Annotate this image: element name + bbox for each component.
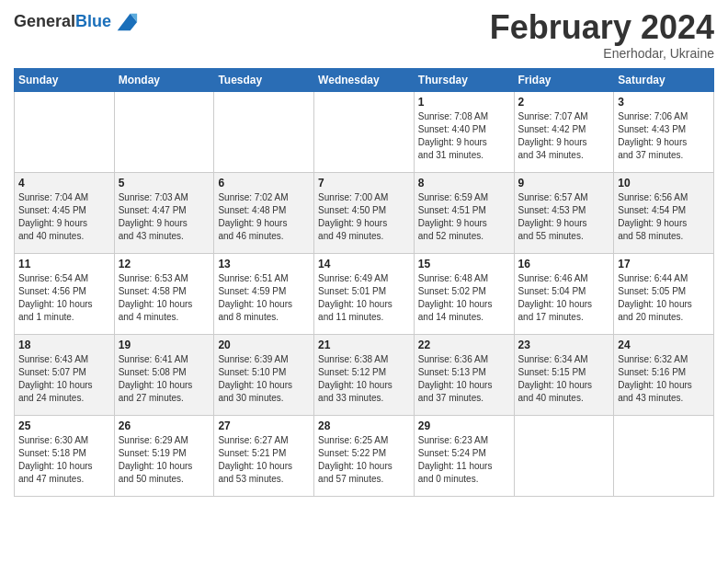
title-block: February 2024 Enerhodar, Ukraine: [490, 9, 714, 61]
calendar-cell: 16Sunrise: 6:46 AM Sunset: 5:04 PM Dayli…: [514, 253, 614, 334]
day-info: Sunrise: 7:06 AM Sunset: 4:43 PM Dayligh…: [618, 110, 710, 162]
calendar-cell: 26Sunrise: 6:29 AM Sunset: 5:19 PM Dayli…: [114, 415, 214, 496]
calendar-cell: [15, 91, 115, 172]
day-info: Sunrise: 6:27 AM Sunset: 5:21 PM Dayligh…: [218, 434, 310, 486]
logo-general-text: General: [14, 12, 75, 30]
day-info: Sunrise: 6:53 AM Sunset: 4:58 PM Dayligh…: [119, 272, 210, 324]
calendar-cell: [614, 415, 714, 496]
calendar-cell: [514, 415, 614, 496]
calendar-cell: [314, 91, 415, 172]
calendar-cell: 29Sunrise: 6:23 AM Sunset: 5:24 PM Dayli…: [414, 415, 514, 496]
calendar-cell: 19Sunrise: 6:41 AM Sunset: 5:08 PM Dayli…: [114, 334, 214, 415]
day-number: 11: [18, 258, 110, 270]
day-info: Sunrise: 6:32 AM Sunset: 5:16 PM Dayligh…: [618, 353, 710, 405]
calendar-cell: 23Sunrise: 6:34 AM Sunset: 5:15 PM Dayli…: [514, 334, 614, 415]
calendar-cell: 28Sunrise: 6:25 AM Sunset: 5:22 PM Dayli…: [314, 415, 415, 496]
weekday-header: Monday: [114, 68, 214, 91]
day-number: 5: [119, 177, 210, 190]
day-info: Sunrise: 6:48 AM Sunset: 5:02 PM Dayligh…: [418, 272, 510, 324]
day-number: 24: [618, 339, 710, 351]
weekday-header: Saturday: [614, 68, 714, 91]
day-number: 3: [618, 96, 710, 109]
calendar-cell: 6Sunrise: 7:02 AM Sunset: 4:48 PM Daylig…: [214, 172, 314, 253]
day-info: Sunrise: 7:03 AM Sunset: 4:47 PM Dayligh…: [119, 191, 210, 243]
weekday-header: Sunday: [15, 68, 115, 91]
weekday-header: Friday: [514, 68, 614, 91]
page-header: GeneralBlue February 2024 Enerhodar, Ukr…: [14, 9, 714, 61]
day-number: 22: [418, 339, 510, 351]
day-number: 28: [318, 419, 410, 432]
calendar-cell: 12Sunrise: 6:53 AM Sunset: 4:58 PM Dayli…: [114, 253, 214, 334]
day-number: 29: [418, 419, 510, 432]
day-info: Sunrise: 6:59 AM Sunset: 4:51 PM Dayligh…: [418, 191, 510, 243]
day-number: 6: [218, 177, 310, 190]
day-info: Sunrise: 6:23 AM Sunset: 5:24 PM Dayligh…: [418, 434, 510, 486]
location: Enerhodar, Ukraine: [490, 46, 714, 61]
calendar-cell: 4Sunrise: 7:04 AM Sunset: 4:45 PM Daylig…: [15, 172, 115, 253]
weekday-header: Tuesday: [214, 68, 314, 91]
calendar-cell: 22Sunrise: 6:36 AM Sunset: 5:13 PM Dayli…: [414, 334, 514, 415]
calendar-cell: 15Sunrise: 6:48 AM Sunset: 5:02 PM Dayli…: [414, 253, 514, 334]
calendar-cell: 20Sunrise: 6:39 AM Sunset: 5:10 PM Dayli…: [214, 334, 314, 415]
day-info: Sunrise: 6:25 AM Sunset: 5:22 PM Dayligh…: [318, 434, 410, 486]
day-number: 20: [218, 339, 310, 351]
day-info: Sunrise: 6:34 AM Sunset: 5:15 PM Dayligh…: [518, 353, 610, 405]
calendar-cell: 9Sunrise: 6:57 AM Sunset: 4:53 PM Daylig…: [514, 172, 614, 253]
day-number: 8: [418, 177, 510, 190]
calendar-week-row: 25Sunrise: 6:30 AM Sunset: 5:18 PM Dayli…: [15, 415, 714, 496]
day-info: Sunrise: 6:29 AM Sunset: 5:19 PM Dayligh…: [119, 434, 210, 486]
logo-icon: [113, 9, 139, 35]
calendar-cell: 27Sunrise: 6:27 AM Sunset: 5:21 PM Dayli…: [214, 415, 314, 496]
day-info: Sunrise: 6:56 AM Sunset: 4:54 PM Dayligh…: [618, 191, 710, 243]
calendar-cell: 3Sunrise: 7:06 AM Sunset: 4:43 PM Daylig…: [614, 91, 714, 172]
day-number: 16: [518, 258, 610, 270]
day-info: Sunrise: 6:41 AM Sunset: 5:08 PM Dayligh…: [119, 353, 210, 405]
day-info: Sunrise: 6:39 AM Sunset: 5:10 PM Dayligh…: [218, 353, 310, 405]
weekday-header: Thursday: [414, 68, 514, 91]
logo-blue-text: Blue: [75, 12, 111, 30]
calendar-week-row: 18Sunrise: 6:43 AM Sunset: 5:07 PM Dayli…: [15, 334, 714, 415]
calendar-cell: 18Sunrise: 6:43 AM Sunset: 5:07 PM Dayli…: [15, 334, 115, 415]
day-number: 17: [618, 258, 710, 270]
calendar-cell: 1Sunrise: 7:08 AM Sunset: 4:40 PM Daylig…: [414, 91, 514, 172]
weekday-header-row: SundayMondayTuesdayWednesdayThursdayFrid…: [15, 68, 714, 91]
day-info: Sunrise: 7:02 AM Sunset: 4:48 PM Dayligh…: [218, 191, 310, 243]
day-number: 9: [518, 177, 610, 190]
day-number: 18: [18, 339, 110, 351]
day-info: Sunrise: 6:57 AM Sunset: 4:53 PM Dayligh…: [518, 191, 610, 243]
day-number: 19: [119, 339, 210, 351]
day-number: 14: [318, 258, 410, 270]
day-info: Sunrise: 7:08 AM Sunset: 4:40 PM Dayligh…: [418, 110, 510, 162]
day-number: 10: [618, 177, 710, 190]
day-info: Sunrise: 7:00 AM Sunset: 4:50 PM Dayligh…: [318, 191, 410, 243]
day-number: 23: [518, 339, 610, 351]
day-number: 13: [218, 258, 310, 270]
calendar-week-row: 11Sunrise: 6:54 AM Sunset: 4:56 PM Dayli…: [15, 253, 714, 334]
day-info: Sunrise: 6:51 AM Sunset: 4:59 PM Dayligh…: [218, 272, 310, 324]
calendar-cell: 24Sunrise: 6:32 AM Sunset: 5:16 PM Dayli…: [614, 334, 714, 415]
calendar-cell: 10Sunrise: 6:56 AM Sunset: 4:54 PM Dayli…: [614, 172, 714, 253]
day-info: Sunrise: 6:49 AM Sunset: 5:01 PM Dayligh…: [318, 272, 410, 324]
day-number: 2: [518, 96, 610, 109]
calendar-cell: [214, 91, 314, 172]
calendar-cell: 25Sunrise: 6:30 AM Sunset: 5:18 PM Dayli…: [15, 415, 115, 496]
day-number: 15: [418, 258, 510, 270]
day-number: 25: [18, 419, 110, 432]
calendar-week-row: 4Sunrise: 7:04 AM Sunset: 4:45 PM Daylig…: [15, 172, 714, 253]
day-info: Sunrise: 7:07 AM Sunset: 4:42 PM Dayligh…: [518, 110, 610, 162]
logo: GeneralBlue: [14, 9, 139, 35]
day-number: 26: [119, 419, 210, 432]
day-number: 12: [119, 258, 210, 270]
calendar-cell: 7Sunrise: 7:00 AM Sunset: 4:50 PM Daylig…: [314, 172, 415, 253]
day-number: 1: [418, 96, 510, 109]
calendar-cell: 14Sunrise: 6:49 AM Sunset: 5:01 PM Dayli…: [314, 253, 415, 334]
calendar-table: SundayMondayTuesdayWednesdayThursdayFrid…: [14, 68, 714, 497]
day-info: Sunrise: 6:43 AM Sunset: 5:07 PM Dayligh…: [18, 353, 110, 405]
day-info: Sunrise: 6:54 AM Sunset: 4:56 PM Dayligh…: [18, 272, 110, 324]
calendar-cell: 21Sunrise: 6:38 AM Sunset: 5:12 PM Dayli…: [314, 334, 415, 415]
day-info: Sunrise: 7:04 AM Sunset: 4:45 PM Dayligh…: [18, 191, 110, 243]
month-title: February 2024: [490, 9, 714, 46]
day-info: Sunrise: 6:30 AM Sunset: 5:18 PM Dayligh…: [18, 434, 110, 486]
calendar-cell: 8Sunrise: 6:59 AM Sunset: 4:51 PM Daylig…: [414, 172, 514, 253]
day-info: Sunrise: 6:36 AM Sunset: 5:13 PM Dayligh…: [418, 353, 510, 405]
